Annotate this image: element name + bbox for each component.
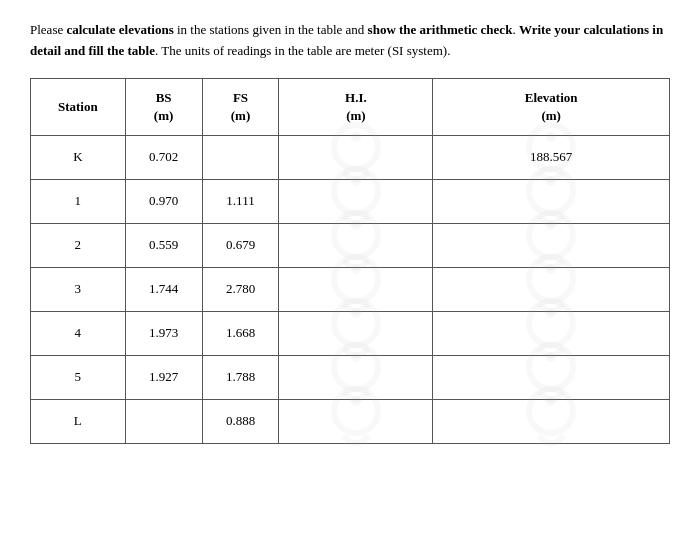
svg-point-13 [351,264,361,274]
cell-fs [202,135,279,179]
cell-bs: 0.702 [125,135,202,179]
cell-station: 5 [31,355,126,399]
cell-fs: 0.888 [202,399,279,443]
cell-elevation [433,399,670,443]
svg-point-23 [546,352,556,362]
cell-bs: 1.744 [125,267,202,311]
svg-point-27 [546,396,556,406]
svg-point-25 [351,396,361,406]
cell-bs [125,399,202,443]
survey-table: Station BS(m) FS(m) H.I.(m) Elevation(m)… [30,78,670,444]
svg-point-11 [546,220,556,230]
cell-fs: 1.668 [202,311,279,355]
cell-bs: 1.973 [125,311,202,355]
cell-fs: 0.679 [202,223,279,267]
svg-point-1 [351,132,361,142]
svg-point-21 [351,352,361,362]
cell-station: 2 [31,223,126,267]
bold-calculate-elevations: calculate elevations [66,22,173,37]
instruction-line1: Please calculate elevations in the stati… [30,22,663,58]
header-fs: FS(m) [202,78,279,135]
svg-point-24 [334,389,378,433]
svg-point-5 [351,176,361,186]
cell-bs: 0.970 [125,179,202,223]
svg-point-3 [546,132,556,142]
svg-point-19 [546,308,556,318]
svg-point-26 [529,389,573,433]
svg-point-17 [351,308,361,318]
cell-bs: 1.927 [125,355,202,399]
cell-fs: 1.788 [202,355,279,399]
cell-station: 1 [31,179,126,223]
cell-fs: 1.111 [202,179,279,223]
cell-station: 4 [31,311,126,355]
svg-point-9 [351,220,361,230]
table-row: L0.888 [31,399,670,443]
cell-fs: 2.780 [202,267,279,311]
cell-station: K [31,135,126,179]
header-bs: BS(m) [125,78,202,135]
svg-point-15 [546,264,556,274]
cell-station: 3 [31,267,126,311]
cell-bs: 0.559 [125,223,202,267]
header-station: Station [31,78,126,135]
cell-hi [279,399,433,443]
cell-station: L [31,399,126,443]
instructions-text: Please calculate elevations in the stati… [30,20,664,62]
svg-point-7 [546,176,556,186]
bold-arithmetic-check: show the arithmetic check [368,22,513,37]
